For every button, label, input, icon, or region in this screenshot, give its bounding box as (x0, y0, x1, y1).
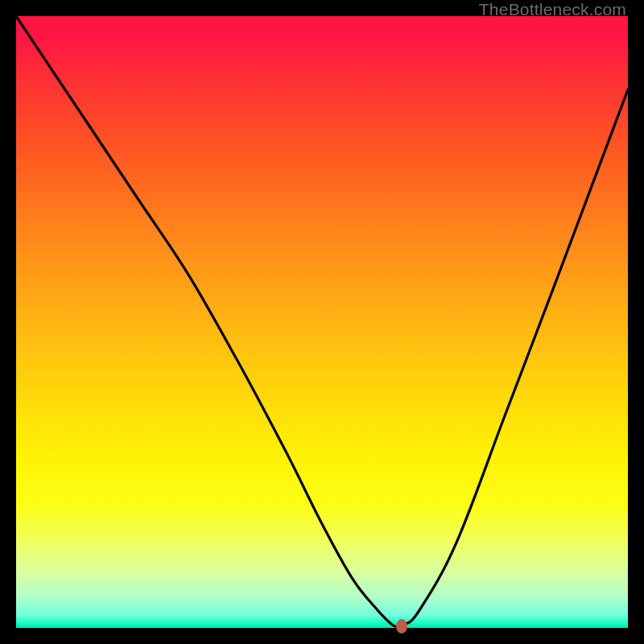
chart-frame (16, 16, 628, 628)
chart-marker (396, 619, 407, 634)
chart-line (16, 16, 628, 628)
